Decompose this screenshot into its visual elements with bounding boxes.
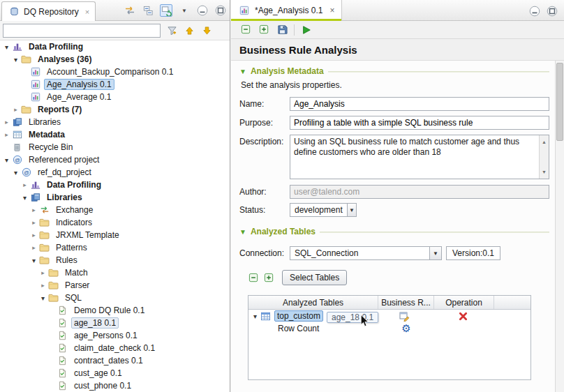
analyzed-table-name[interactable]: top_custom: [274, 310, 323, 322]
tree-item-label: Account_Backup_Comparison 0.1: [44, 66, 176, 77]
section-collapse-icon[interactable]: ▼: [239, 228, 246, 236]
minimize-icon[interactable]: [528, 5, 541, 17]
section-analyzed-tables[interactable]: ▼ Analyzed Tables: [239, 227, 549, 236]
tree-item-ref-dq-project[interactable]: ▾@ref_dq_project: [0, 166, 230, 179]
tree-item-libraries[interactable]: ▸Libraries: [0, 116, 230, 128]
chevron-down-icon[interactable]: ▼: [347, 204, 356, 216]
table-row[interactable]: ▾ top_custom: [248, 310, 530, 322]
tree-collapsed-arrow-icon[interactable]: ▸: [38, 269, 47, 276]
tree-collapsed-arrow-icon[interactable]: ▸: [20, 181, 29, 188]
tree-item-jrxml-template[interactable]: ▸JRXML Template: [0, 229, 230, 241]
tree-item-demo-dq-rule-0-1[interactable]: Demo DQ Rule 0.1: [0, 304, 230, 317]
tree-collapsed-arrow-icon[interactable]: ▸: [29, 206, 38, 213]
tree-item-match[interactable]: ▸Match: [0, 266, 230, 279]
tree-expanded-arrow-icon[interactable]: ▾: [29, 257, 38, 264]
tab-dq-repository[interactable]: DQ Repository ×: [1, 1, 96, 21]
move-up-icon[interactable]: [183, 24, 195, 37]
tree-expanded-arrow-icon[interactable]: ▾: [11, 56, 20, 63]
textarea-scrollbar[interactable]: ▲▼: [539, 135, 549, 179]
tree-collapsed-arrow-icon[interactable]: ▸: [29, 219, 38, 226]
tree-item-patterns[interactable]: ▸Patterns: [0, 241, 230, 254]
minimize-icon[interactable]: [196, 4, 209, 17]
tree-item-parser[interactable]: ▸Parser: [0, 279, 230, 292]
tree-collapsed-arrow-icon[interactable]: ▸: [11, 106, 20, 113]
section-collapse-icon[interactable]: ▼: [239, 68, 246, 75]
tree-item-indicators[interactable]: ▸Indicators: [0, 216, 230, 229]
expand-table-icon[interactable]: [263, 272, 275, 284]
tab-age-analysis[interactable]: *Age_Analysis 0.1 ×: [231, 0, 342, 21]
svg-text:@: @: [24, 169, 29, 176]
status-dropdown[interactable]: development ▼: [290, 203, 357, 217]
editor-content: ▼ Analysis Metadata Set the analysis pro…: [231, 61, 555, 392]
scrollbar-thumb[interactable]: [556, 63, 563, 141]
expand-sections-icon[interactable]: [258, 24, 270, 36]
section-title: Analysis Metadata: [251, 66, 324, 76]
table-row[interactable]: Row Count ⚙: [248, 322, 530, 335]
collapse-sections-icon[interactable]: [239, 24, 252, 36]
select-tables-button[interactable]: Select Tables: [282, 270, 347, 285]
tree-item-age-18-0-1[interactable]: age_18 0.1: [0, 317, 230, 329]
filter-input[interactable]: [3, 24, 161, 38]
gear-icon[interactable]: ⚙: [401, 324, 410, 333]
close-icon[interactable]: ×: [329, 6, 334, 15]
tree-item-label: Metadata: [26, 129, 68, 140]
tree-item-exchange[interactable]: ▸Exchange: [0, 204, 230, 216]
tree-item-reports-7[interactable]: ▸Reports (7): [0, 103, 230, 116]
table-column-header[interactable]: Analyzed Tables: [248, 296, 378, 309]
tree-item-metadata[interactable]: ▸Metadata: [0, 128, 230, 141]
svg-text:@: @: [15, 157, 20, 163]
tree-item-referenced-project[interactable]: ▾@Referenced project: [0, 153, 230, 166]
section-analysis-metadata[interactable]: ▼ Analysis Metadata: [239, 66, 549, 76]
save-icon[interactable]: [276, 24, 288, 36]
table-column-header[interactable]: Business R...: [378, 296, 434, 309]
tree-item-label: cust_age 0.1: [71, 368, 125, 379]
tree-expanded-arrow-icon[interactable]: ▾: [2, 156, 11, 164]
tree-collapsed-arrow-icon[interactable]: ▸: [29, 244, 38, 251]
chevron-down-icon[interactable]: ▼: [429, 247, 441, 259]
collapse-all-icon[interactable]: [142, 4, 154, 17]
tree-item-age-average-0-1[interactable]: Age_Average 0.1: [0, 91, 230, 103]
analysis-icon: [29, 91, 41, 103]
tree-collapsed-arrow-icon[interactable]: ▸: [29, 232, 38, 239]
view-menu-icon[interactable]: ▼: [178, 4, 191, 17]
tree-item-libraries[interactable]: ▾Libraries: [0, 191, 230, 204]
connection-dropdown[interactable]: SQL_Connection ▼: [290, 246, 442, 260]
tree-item-data-profiling[interactable]: ▸Data Profiling: [0, 179, 230, 191]
filter-funnel-icon[interactable]: [165, 24, 178, 37]
tree-item-age-analysis-0-1[interactable]: Age_Analysis 0.1: [0, 78, 230, 91]
move-down-icon[interactable]: [200, 24, 213, 37]
tree-expanded-arrow-icon[interactable]: ▾: [2, 43, 11, 51]
tree-collapsed-arrow-icon[interactable]: ▸: [2, 131, 11, 138]
analyzed-tables-table: Analyzed Tables Business R... Operation …: [248, 295, 531, 380]
maximize-icon[interactable]: [546, 5, 558, 17]
collapse-table-icon[interactable]: [248, 272, 260, 284]
tree-expanded-arrow-icon[interactable]: ▾: [11, 169, 20, 176]
delete-icon[interactable]: [457, 310, 469, 322]
sync-with-editor-icon[interactable]: [160, 4, 172, 17]
tree-item-sql[interactable]: ▾SQL: [0, 292, 230, 304]
link-with-editor-icon[interactable]: [124, 4, 136, 17]
tree-item-claim-date-check-0-1[interactable]: claim_date_check 0.1: [0, 342, 230, 354]
tree-item-data-profiling[interactable]: ▾Data Profiling: [0, 40, 230, 53]
name-field[interactable]: [290, 97, 549, 111]
purpose-field[interactable]: [290, 116, 549, 130]
business-rule-icon[interactable]: [399, 310, 411, 322]
tree-expanded-arrow-icon[interactable]: ▾: [20, 194, 29, 202]
description-field[interactable]: Using an SQL business rule to match cust…: [290, 135, 549, 179]
tree-item-rules[interactable]: ▾Rules: [0, 254, 230, 266]
tree-item-cust-age-0-1[interactable]: cust_age 0.1: [0, 367, 230, 379]
tree-item-analyses-36[interactable]: ▾Analyses (36): [0, 53, 230, 66]
run-icon[interactable]: [300, 24, 313, 36]
tree-item-age-persons-0-1[interactable]: age_Persons 0.1: [0, 329, 230, 342]
tree-item-contract-dates-0-1[interactable]: contract_dates 0.1: [0, 354, 230, 367]
tree-expanded-arrow-icon[interactable]: ▾: [251, 312, 260, 320]
table-column-header[interactable]: Operation: [434, 296, 494, 309]
tree-expanded-arrow-icon[interactable]: ▾: [38, 294, 47, 302]
tree-collapsed-arrow-icon[interactable]: ▸: [38, 282, 47, 289]
tree-item-account-backup-comparison-0-1[interactable]: Account_Backup_Comparison 0.1: [0, 66, 230, 78]
tree-collapsed-arrow-icon[interactable]: ▸: [2, 119, 11, 126]
tree-item-cust-phone-0-1[interactable]: cust_phone 0.1: [0, 379, 230, 392]
maximize-icon[interactable]: [214, 4, 227, 17]
tree-item-recycle-bin[interactable]: Recycle Bin: [0, 141, 230, 153]
close-icon[interactable]: ×: [85, 8, 89, 16]
